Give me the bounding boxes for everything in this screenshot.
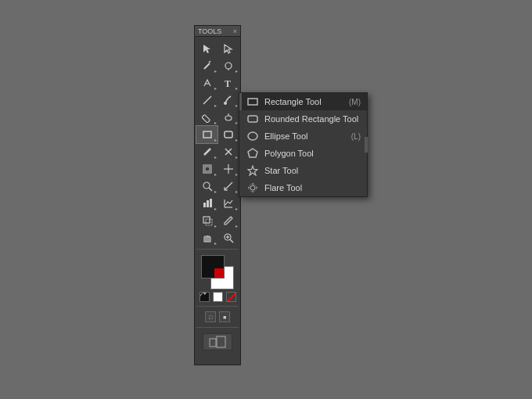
tool-row-9: ▸ ▸ (196, 178, 239, 195)
screen-mode-section: □ ■ (196, 309, 239, 325)
svg-line-35 (230, 239, 233, 243)
zoom-in-tool-button[interactable] (217, 229, 239, 246)
shape-flyout-menu: Rectangle Tool (M) Rounded Rectangle Too… (239, 92, 368, 197)
star-tool-label: Star Tool (264, 166, 298, 175)
fullscreen-mode-button[interactable]: ■ (219, 311, 230, 322)
tool-row-8: ▸ ▸ (196, 160, 239, 178)
toolbar-separator-3 (196, 327, 239, 328)
svg-line-3 (209, 61, 210, 63)
rounded-rectangle-tool-label: Rounded Rectangle Tool (264, 114, 358, 124)
polygon-tool-label: Polygon Tool (264, 149, 314, 158)
svg-marker-1 (225, 45, 232, 53)
svg-line-2 (204, 63, 210, 69)
rectangle-tool-shortcut: (M) (349, 98, 361, 106)
svg-marker-0 (203, 45, 210, 53)
color-section (196, 252, 239, 304)
normal-mode-button[interactable]: □ (205, 311, 216, 322)
hand-tool-button[interactable]: ▸ (196, 229, 217, 246)
toolbar-panel: TOOLS × ▸ ▸ (194, 25, 241, 365)
svg-point-4 (225, 63, 232, 69)
tool-row-4: ▸ ▸ (196, 92, 239, 109)
line-tool-button[interactable]: ▸ (196, 92, 217, 109)
svg-text:T: T (225, 78, 231, 88)
toolbar-title: TOOLS (198, 27, 221, 35)
svg-line-24 (225, 182, 232, 190)
svg-point-45 (250, 185, 255, 190)
ellipse-tool-shortcut: (L) (351, 132, 361, 141)
graph-tool-button[interactable]: ▸ (196, 195, 217, 212)
artboards-button[interactable] (203, 333, 232, 350)
lasso-tool-button[interactable]: ▸ (217, 57, 239, 74)
tool-row-11: ▸ ▸ (196, 212, 239, 229)
svg-rect-14 (225, 131, 232, 138)
zoom-tool-button[interactable]: ▸ (196, 178, 217, 195)
ellipse-tool-label: Ellipse Tool (264, 131, 307, 141)
toolbar-separator-2 (196, 306, 239, 307)
polygon-tool-menu-item[interactable]: Polygon Tool (239, 145, 367, 162)
toolbar-content: ▸ ▸ ▸ T ▸ ▸ ▸ (195, 37, 240, 357)
selection-tool-button[interactable] (196, 40, 217, 57)
paintbrush-tool-button[interactable]: ▸ (217, 92, 239, 109)
svg-rect-29 (210, 199, 212, 207)
svg-marker-43 (248, 149, 257, 157)
pen-tool-button[interactable]: ▸ (196, 74, 217, 92)
svg-rect-27 (203, 203, 206, 207)
default-colors-button[interactable] (213, 292, 223, 302)
svg-line-8 (203, 96, 211, 104)
type-tool-button[interactable]: T ▸ (217, 74, 239, 92)
svg-rect-41 (248, 116, 257, 122)
scissors-tool-button[interactable]: ▸ (217, 143, 239, 160)
pencil-tool-button[interactable]: ▸ (196, 109, 217, 126)
artboard-tool-button[interactable]: ▸ (196, 160, 217, 178)
tool-row-5: ▸ ▸ (196, 109, 239, 126)
none-color-button[interactable] (226, 292, 236, 302)
svg-line-23 (209, 188, 212, 191)
tool-row-7: ▸ ▸ (196, 143, 239, 160)
direct-selection-tool-button[interactable] (217, 40, 239, 57)
ellipse-tool-menu-item[interactable]: Ellipse Tool (L) (239, 128, 367, 145)
svg-rect-38 (210, 339, 216, 347)
tool-row-3: ▸ T ▸ (196, 74, 239, 92)
toolbar-title-bar: TOOLS × (195, 26, 240, 37)
svg-line-15 (204, 149, 210, 155)
polygon-tool-icon (246, 147, 260, 160)
svg-rect-10 (202, 114, 210, 123)
rectangle-tool-icon (246, 95, 260, 108)
rectangle-tool-label: Rectangle Tool (264, 97, 322, 106)
active-indicator (239, 93, 242, 110)
bottom-section (196, 330, 239, 354)
ellipse-tool-icon (246, 130, 260, 142)
flare-tool-label: Flare Tool (264, 183, 302, 192)
rounded-rectangle-tool-menu-item[interactable]: Rounded Rectangle Tool (239, 110, 367, 128)
svg-rect-32 (203, 217, 210, 223)
color-controls (200, 292, 236, 302)
rounded-rectangle-tool-icon (246, 113, 260, 125)
slice-tool-button[interactable]: ▸ (217, 160, 239, 178)
rectangle-tool-button[interactable]: ▸ (196, 126, 217, 143)
blob-brush-tool-button[interactable]: ▸ (217, 109, 239, 126)
foreground-color-swatch[interactable] (201, 255, 225, 279)
svg-point-42 (248, 132, 257, 140)
rotate-tool-button[interactable]: ▸ (217, 126, 239, 143)
rectangle-tool-menu-item[interactable]: Rectangle Tool (M) (239, 93, 367, 110)
eyedropper-tool-button[interactable]: ▸ (217, 212, 239, 229)
svg-rect-13 (203, 131, 211, 138)
swap-colors-button[interactable] (200, 292, 210, 302)
svg-rect-28 (207, 200, 209, 207)
svg-point-22 (203, 182, 210, 189)
eraser-tool-button[interactable]: ▸ (196, 143, 217, 160)
toolbar-close-button[interactable]: × (233, 27, 237, 35)
tool-row-selection (196, 40, 239, 57)
measure-tool-button[interactable]: ▸ (217, 178, 239, 195)
transform-tool-button[interactable]: ▸ (196, 212, 217, 229)
svg-point-11 (225, 116, 232, 120)
column-graph-tool-button[interactable]: ▸ (217, 195, 239, 212)
tool-row-2: ▸ ▸ (196, 57, 239, 74)
svg-marker-44 (248, 166, 257, 175)
flare-tool-menu-item[interactable]: Flare Tool (239, 179, 367, 196)
tool-row-10: ▸ ▸ (196, 195, 239, 212)
svg-rect-19 (205, 167, 210, 171)
tool-row-12: ▸ (196, 229, 239, 246)
star-tool-menu-item[interactable]: Star Tool (239, 162, 367, 179)
magic-wand-tool-button[interactable]: ▸ (196, 57, 217, 74)
